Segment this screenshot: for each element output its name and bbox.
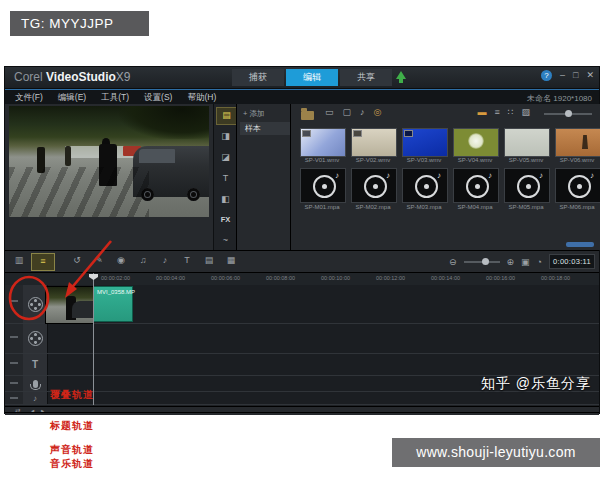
menu-tools[interactable]: 工具(T) bbox=[101, 92, 129, 104]
clip-type-badge bbox=[404, 130, 413, 137]
vinyl-icon bbox=[466, 175, 489, 198]
clip-type-badge bbox=[302, 130, 311, 137]
video-filename: SP-V06.wmv bbox=[554, 157, 600, 163]
smart-view-icon[interactable]: ▨ bbox=[521, 107, 530, 117]
title-icon[interactable]: T bbox=[216, 170, 235, 186]
view-list-icon[interactable]: ≡ bbox=[494, 107, 499, 117]
sample-folder-item[interactable]: 样本 bbox=[240, 122, 292, 135]
menu-settings[interactable]: 设置(S) bbox=[144, 92, 172, 104]
ruler-mark: 00:00:12:00 bbox=[376, 275, 405, 281]
filter-motion-icon[interactable]: ◎ bbox=[374, 107, 382, 117]
audio-thumbnail[interactable]: ♪ bbox=[453, 168, 499, 203]
chapter-point-icon[interactable]: ▦ bbox=[223, 255, 239, 265]
tab-capture[interactable]: 捕获 bbox=[232, 69, 284, 86]
track-toggle-strip[interactable] bbox=[5, 324, 24, 353]
video-thumbnail[interactable] bbox=[504, 128, 550, 157]
scroll-right-icon[interactable]: ▸ bbox=[41, 407, 44, 415]
ruler-mark: 00:00:16:00 bbox=[486, 275, 515, 281]
timeline-timecode[interactable]: 0:00:03:11 bbox=[549, 254, 595, 269]
audio-thumbnail[interactable]: ♪ bbox=[351, 168, 397, 203]
fit-project-icon[interactable]: ▣ bbox=[521, 257, 530, 267]
auto-music-icon[interactable]: ♫ bbox=[135, 255, 151, 265]
upgrade-arrow-icon[interactable] bbox=[396, 71, 406, 79]
annotation-music-track: 音乐轨道 bbox=[50, 457, 94, 471]
add-folder-button[interactable]: + 添加 bbox=[243, 109, 264, 119]
timeline-zoom-controls: ⊖ ⊕ ▣ ◔ 0:00:03:11 bbox=[449, 254, 595, 269]
brand-corel: Corel bbox=[14, 70, 43, 84]
audio-filename: SP-M04.mpa bbox=[452, 204, 498, 210]
road-shadow-art bbox=[9, 167, 149, 217]
video-thumbnail[interactable] bbox=[555, 128, 600, 157]
preview-video[interactable] bbox=[9, 106, 209, 217]
close-icon[interactable]: ✕ bbox=[586, 70, 594, 81]
scroll-left-icon[interactable]: ◂ bbox=[31, 407, 34, 415]
tab-edit[interactable]: 编辑 bbox=[286, 69, 338, 86]
zoom-in-icon[interactable]: ⊕ bbox=[507, 257, 515, 267]
help-icon[interactable]: ? bbox=[541, 70, 552, 81]
playhead-line[interactable] bbox=[93, 273, 94, 405]
track-toggle-strip[interactable] bbox=[5, 354, 24, 375]
video-filename: SP-V05.wmv bbox=[503, 157, 549, 163]
view-thumb-icon[interactable]: ▬ bbox=[477, 107, 486, 117]
library-scrollbar[interactable] bbox=[566, 242, 594, 247]
video-thumbnail[interactable] bbox=[351, 128, 397, 157]
record-capture-icon[interactable]: ✎ bbox=[91, 255, 107, 265]
instant-project-icon[interactable]: ◨ bbox=[216, 128, 235, 144]
sound-mixer-icon[interactable]: ◉ bbox=[113, 255, 129, 265]
filter-photo-icon[interactable]: ▢ bbox=[343, 107, 352, 117]
track-toggle-strip[interactable] bbox=[5, 285, 24, 323]
filter-video-icon[interactable]: ▭ bbox=[325, 107, 334, 117]
undo-icon[interactable]: ↺ bbox=[69, 255, 85, 265]
screenshot-stage: TG: MYYJJPP Corel VideoStudioX9 捕获 编辑 共享… bbox=[0, 0, 600, 480]
transition-icon[interactable]: ◪ bbox=[216, 149, 235, 165]
title-bar[interactable]: Corel VideoStudioX9 捕获 编辑 共享 ? – □ ✕ bbox=[5, 67, 599, 89]
video-thumbnail[interactable] bbox=[402, 128, 448, 157]
menu-edit[interactable]: 编辑(E) bbox=[58, 92, 86, 104]
clip-car-art bbox=[72, 301, 93, 317]
video-thumbnail[interactable] bbox=[300, 128, 346, 157]
timeline-zoom-slider[interactable] bbox=[464, 261, 500, 263]
menu-file[interactable]: 文件(F) bbox=[15, 92, 43, 104]
track-toggle-strip[interactable] bbox=[5, 376, 24, 391]
menu-items: 文件(F) 编辑(E) 工具(T) 设置(S) 帮助(H) bbox=[15, 90, 216, 105]
zoom-out-icon[interactable]: ⊖ bbox=[449, 257, 457, 267]
storyboard-view-icon[interactable]: ▥ bbox=[11, 255, 27, 265]
view-grid-icon[interactable]: ∷ bbox=[508, 107, 514, 117]
music-note-icon: ♪ bbox=[33, 394, 37, 403]
audio-thumbnail[interactable]: ♪ bbox=[402, 168, 448, 203]
media-library-icon[interactable]: ▤ bbox=[216, 107, 237, 125]
overlay-track-button[interactable] bbox=[23, 324, 48, 353]
track-toggle-strip[interactable] bbox=[5, 392, 24, 404]
voice-track-button[interactable] bbox=[23, 376, 48, 391]
folder-icon[interactable] bbox=[301, 111, 314, 120]
menu-help[interactable]: 帮助(H) bbox=[187, 92, 216, 104]
tree-canopy-art bbox=[119, 106, 209, 139]
timeline-clip-thumbnail[interactable] bbox=[45, 286, 94, 324]
audio-thumbnail[interactable]: ♪ bbox=[555, 168, 600, 203]
music-note-icon: ♪ bbox=[335, 171, 339, 180]
voice-over-icon[interactable]: ♪ bbox=[157, 255, 173, 265]
ruler-mark: 00:00:06:00 bbox=[211, 275, 240, 281]
video-thumbnail[interactable] bbox=[453, 128, 499, 157]
minimize-icon[interactable]: – bbox=[560, 70, 565, 81]
track-manager-icon[interactable]: ▤ bbox=[201, 255, 217, 265]
audio-thumbnail[interactable]: ♪ bbox=[504, 168, 550, 203]
music-note-icon: ♪ bbox=[437, 171, 441, 180]
maximize-icon[interactable]: □ bbox=[573, 70, 578, 81]
filter-audio-icon[interactable]: ♪ bbox=[360, 107, 365, 117]
timeline-clip[interactable]: MVI_0358.MP bbox=[93, 286, 133, 322]
graphic-icon[interactable]: ◧ bbox=[216, 191, 235, 207]
duration-icon[interactable]: ◔ bbox=[537, 257, 542, 267]
swap-tracks-icon[interactable]: ⇄ bbox=[15, 407, 20, 415]
timeline-view-icon[interactable]: ≡ bbox=[31, 253, 55, 271]
timeline-zoom-handle[interactable] bbox=[482, 258, 489, 265]
tab-share[interactable]: 共享 bbox=[340, 69, 392, 86]
title-track-button[interactable]: T bbox=[23, 354, 48, 375]
motion-path-icon[interactable]: ~ bbox=[216, 232, 235, 248]
subtitle-editor-icon[interactable]: T bbox=[179, 255, 195, 265]
filter-fx-icon[interactable]: FX bbox=[216, 212, 235, 228]
audio-thumbnail[interactable]: ♪ bbox=[300, 168, 346, 203]
clip-type-badge bbox=[353, 130, 362, 137]
music-track-button[interactable]: ♪ bbox=[23, 392, 48, 404]
thumbnail-zoom-handle[interactable] bbox=[565, 110, 572, 117]
